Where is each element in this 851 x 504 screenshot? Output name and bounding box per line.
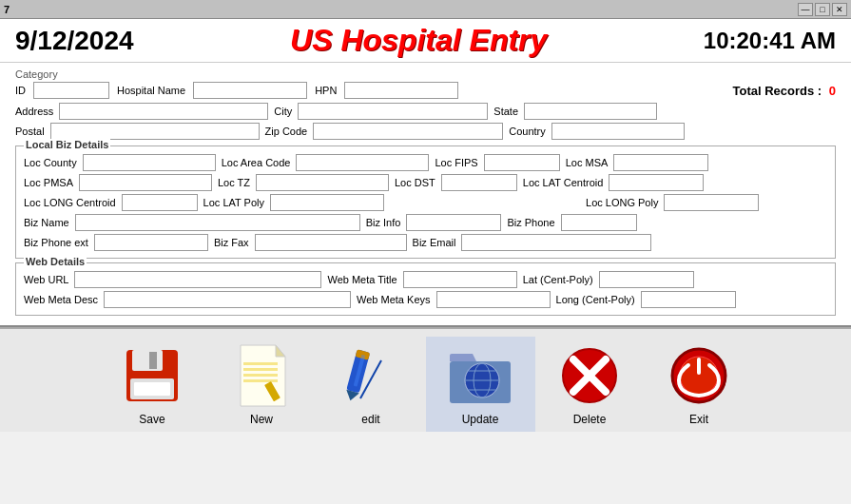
loc-pmsa-label: Loc PMSA	[24, 177, 73, 188]
web-details-group: Web Details Web URL Web Meta Title Lat (…	[15, 262, 836, 316]
web-meta-keys-label: Web Meta Keys	[357, 294, 430, 305]
biz-info-input[interactable]	[406, 214, 501, 231]
toolbar: Save New	[0, 327, 851, 432]
delete-button[interactable]: Delete	[535, 337, 645, 432]
web-meta-desc-input[interactable]	[104, 291, 351, 308]
postal-row: Postal Zip Code Country	[15, 123, 836, 140]
zip-code-input[interactable]	[313, 123, 503, 140]
zip-code-label: Zip Code	[265, 126, 308, 137]
loc-long-centroid-label: Loc LONG Centroid	[24, 197, 116, 208]
country-input[interactable]	[551, 123, 685, 140]
form-area: Category ID Hospital Name HPN Total Reco…	[0, 63, 851, 327]
web-meta-title-input[interactable]	[403, 271, 517, 288]
biz-fax-input[interactable]	[255, 234, 407, 251]
svg-rect-9	[243, 374, 278, 377]
state-label: State	[493, 106, 518, 117]
biz-phone-ext-label: Biz Phone ext	[24, 237, 88, 248]
hospital-name-input[interactable]	[193, 82, 307, 99]
maximize-button[interactable]: □	[815, 3, 830, 16]
exit-label: Exit	[689, 413, 708, 426]
loc-county-input[interactable]	[83, 154, 216, 171]
long-cent-poly-input[interactable]	[641, 291, 736, 308]
update-button[interactable]: Update	[426, 337, 535, 432]
exit-icon-svg	[669, 346, 728, 405]
biz-phone-input[interactable]	[561, 214, 637, 231]
lat-cent-poly-input[interactable]	[599, 271, 694, 288]
new-button[interactable]: New	[207, 337, 317, 432]
biz-info-label: Biz Info	[366, 217, 401, 228]
category-label: Category	[15, 68, 836, 80]
address-label: Address	[15, 106, 53, 117]
edit-icon-svg	[341, 346, 400, 405]
address-input[interactable]	[59, 103, 268, 120]
local-biz-title: Local Biz Details	[24, 139, 110, 150]
hpn-label: HPN	[315, 85, 337, 96]
update-icon-svg	[448, 346, 513, 405]
id-input[interactable]	[33, 82, 109, 99]
postal-input[interactable]	[50, 123, 260, 140]
main-header: 9/12/2024 US Hospital Entry 10:20:41 AM	[0, 19, 851, 63]
edit-button[interactable]: edit	[317, 337, 426, 432]
loc-fips-input[interactable]	[484, 154, 560, 171]
svg-marker-6	[276, 345, 285, 357]
save-icon	[119, 342, 185, 409]
web-url-row: Web URL Web Meta Title Lat (Cent-Poly)	[24, 271, 827, 288]
svg-rect-2	[149, 352, 157, 369]
minimize-button[interactable]: —	[798, 3, 813, 16]
biz-phone-ext-input[interactable]	[94, 234, 208, 251]
country-label: Country	[509, 126, 546, 137]
web-details-title: Web Details	[24, 256, 87, 267]
address-row: Address City State	[15, 103, 836, 120]
loc-lat-poly-label: Loc LAT Poly	[203, 197, 264, 208]
loc-tz-label: Loc TZ	[218, 177, 250, 188]
loc-tz-input[interactable]	[256, 174, 389, 191]
biz-phone-ext-row: Biz Phone ext Biz Fax Biz Email	[24, 234, 827, 251]
loc-long-centroid-input[interactable]	[122, 194, 198, 211]
postal-label: Postal	[15, 126, 45, 137]
close-button[interactable]: ✕	[832, 3, 847, 16]
biz-name-row: Biz Name Biz Info Biz Phone	[24, 214, 827, 231]
save-icon-svg	[123, 346, 182, 405]
loc-pmsa-input[interactable]	[79, 174, 212, 191]
web-meta-keys-input[interactable]	[436, 291, 551, 308]
new-icon-svg	[236, 343, 288, 408]
loc-row-1: Loc County Loc Area Code Loc FIPS Loc MS…	[24, 154, 827, 171]
loc-area-code-input[interactable]	[296, 154, 429, 171]
loc-msa-label: Loc MSA	[566, 157, 609, 168]
loc-msa-input[interactable]	[613, 154, 708, 171]
state-input[interactable]	[524, 103, 657, 120]
lat-cent-poly-label: Lat (Cent-Poly)	[523, 274, 593, 285]
loc-dst-input[interactable]	[441, 174, 517, 191]
title-bar-title: 7	[4, 4, 10, 15]
svg-rect-8	[243, 368, 278, 371]
loc-county-label: Loc County	[24, 157, 77, 168]
edit-icon	[338, 342, 404, 409]
loc-dst-label: Loc DST	[395, 177, 435, 188]
edit-label: edit	[361, 413, 379, 426]
biz-name-input[interactable]	[75, 214, 360, 231]
city-input[interactable]	[298, 103, 488, 120]
loc-lat-poly-input[interactable]	[270, 194, 384, 211]
hpn-input[interactable]	[344, 82, 458, 99]
save-button[interactable]: Save	[98, 337, 207, 432]
svg-rect-4	[134, 382, 170, 396]
delete-icon-svg	[560, 346, 619, 405]
web-meta-title-label: Web Meta Title	[327, 274, 396, 285]
biz-fax-label: Biz Fax	[214, 237, 249, 248]
biz-name-label: Biz Name	[24, 217, 69, 228]
loc-long-poly-input[interactable]	[664, 194, 759, 211]
delete-icon	[556, 342, 623, 409]
id-label: ID	[15, 85, 26, 96]
biz-email-input[interactable]	[461, 234, 651, 251]
web-url-input[interactable]	[74, 271, 321, 288]
new-icon	[228, 342, 295, 409]
exit-button[interactable]: Exit	[645, 337, 754, 432]
date-display: 9/12/2024	[15, 26, 134, 56]
loc-lat-centroid-input[interactable]	[609, 174, 704, 191]
biz-phone-label: Biz Phone	[507, 217, 554, 228]
city-label: City	[274, 106, 292, 117]
delete-label: Delete	[573, 413, 607, 426]
category-row: ID Hospital Name HPN Total Records : 0	[15, 82, 836, 99]
svg-rect-10	[243, 379, 278, 382]
total-records: Total Records : 0	[732, 84, 836, 98]
